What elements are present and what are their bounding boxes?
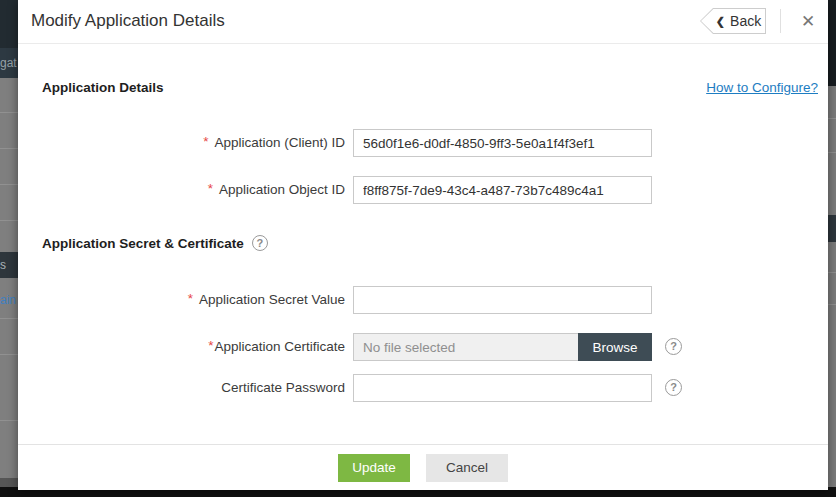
background-link-fragment: ain [0,288,18,312]
help-icon[interactable]: ? [665,338,682,355]
background-nav-fragment: s [0,252,18,278]
cancel-button[interactable]: Cancel [426,454,508,482]
certificate-row: *Application Certificate No file selecte… [18,333,828,361]
divider [0,184,18,185]
label-text: Application Secret Value [199,292,345,307]
divider [828,272,836,273]
chevron-left-icon: ❮ [716,15,725,28]
divider [0,220,18,221]
back-button[interactable]: ❮ Back [700,8,766,34]
divider [0,420,18,421]
object-id-row: *Application Object ID [18,176,828,204]
label-text: Certificate Password [221,380,345,395]
background-bottom [0,487,18,497]
section-heading-text: Application Details [42,80,164,95]
required-asterisk: * [203,134,208,149]
divider [828,152,836,153]
modal-footer: Update Cancel [18,444,828,490]
close-icon[interactable]: ✕ [794,7,822,35]
background-right-strip [828,0,836,497]
section-heading-secret-certificate: Application Secret & Certificate ? [42,235,268,251]
divider [828,118,836,119]
label-text: Application (Client) ID [214,135,345,150]
browse-button[interactable]: Browse [578,333,652,361]
application-secret-value-input[interactable] [353,286,652,314]
certificate-label: *Application Certificate [42,333,345,361]
modal-title: Modify Application Details [31,11,225,31]
certificate-password-label: Certificate Password [42,374,345,402]
nav-fragment-text: ain [0,293,16,307]
how-to-configure-link[interactable]: How to Configure? [706,80,818,95]
background-left-strip: gat s ain [0,0,18,497]
divider [0,318,18,319]
secret-value-label: *Application Secret Value [42,286,345,314]
application-certificate-file-input[interactable]: No file selected Browse [353,333,652,361]
help-icon[interactable]: ? [665,379,682,396]
divider [828,304,836,305]
background-topbar [0,0,18,48]
file-placeholder-text: No file selected [354,340,578,355]
certificate-password-row: Certificate Password ? [18,374,828,402]
label-text: Application Certificate [214,339,345,354]
title-divider [18,43,828,44]
label-text: Application Object ID [219,182,345,197]
application-client-id-input[interactable] [353,129,652,157]
client-id-label: *Application (Client) ID [42,129,345,157]
section-heading-application-details: Application Details [42,80,164,95]
modify-application-modal: Modify Application Details ❮ Back ✕ Appl… [18,0,828,490]
nav-fragment-text: gat [0,56,17,70]
background-footer [0,478,18,487]
background-nav-fragment [828,215,836,242]
secret-value-row: *Application Secret Value [18,286,828,314]
object-id-label: *Application Object ID [42,176,345,204]
background-topbar [828,0,836,86]
divider [0,354,18,355]
update-button[interactable]: Update [338,454,410,482]
section-heading-text: Application Secret & Certificate [42,236,244,251]
back-button-label: ❮ Back [700,8,766,34]
application-object-id-input[interactable] [353,176,652,204]
required-asterisk: * [208,181,213,196]
background-bottom [828,487,836,497]
back-button-text: Back [730,13,761,29]
divider [0,148,18,149]
background-nav-fragment: gat [0,48,18,78]
help-icon[interactable]: ? [252,235,268,251]
divider [0,112,18,113]
header-vertical-divider [780,9,781,33]
client-id-row: *Application (Client) ID [18,129,828,157]
nav-fragment-text: s [0,258,6,272]
required-asterisk: * [188,291,193,306]
required-asterisk: * [208,338,213,353]
certificate-password-input[interactable] [353,374,652,402]
